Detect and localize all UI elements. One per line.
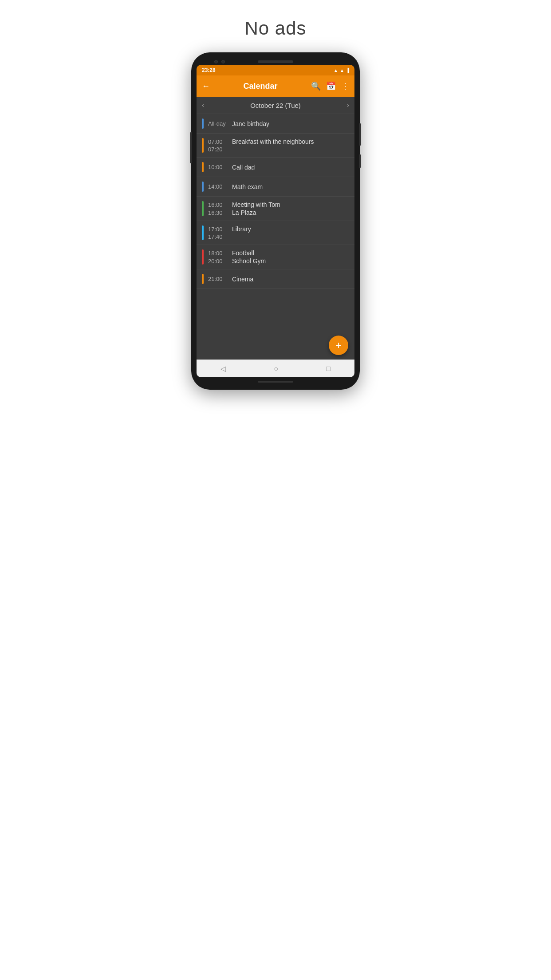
back-nav-icon[interactable]: ◁ [220,364,226,373]
event-row: 16:00Meeting with Tom [208,201,349,208]
phone-top-bar [197,58,354,65]
event-name: Math exam [232,183,263,190]
power-button-2 [359,154,361,168]
event-item-breakfast[interactable]: 07:00Breakfast with the neighbours07:20 [197,134,354,158]
event-item-math-exam[interactable]: 14:00Math exam [197,177,354,197]
event-time: 14:00 [208,183,228,190]
event-content: 17:00Library17:40 [208,225,349,240]
signal-icon: ▲ [340,68,344,73]
event-content: 10:00Call dad [208,162,349,172]
event-content: 18:00Football20:00School Gym [208,249,349,265]
next-day-button[interactable]: › [347,101,349,109]
volume-button [190,132,192,163]
menu-button[interactable]: ⋮ [341,81,349,91]
event-row: 17:00Library [208,225,349,233]
event-item-meeting-tom[interactable]: 16:00Meeting with Tom16:30La Plaza [197,197,354,221]
recent-nav-icon[interactable]: □ [326,365,331,373]
power-button [359,123,361,146]
home-bar [258,381,293,383]
event-row: 07:00Breakfast with the neighbours [208,138,349,145]
event-time: 21:00 [208,276,228,282]
event-time: 20:00 [208,258,228,265]
camera-area [214,60,225,63]
back-button[interactable]: ← [202,82,210,91]
event-color-bar [202,162,204,172]
event-name: La Plaza [232,209,256,216]
event-color-bar [202,249,204,265]
event-row: 16:30La Plaza [208,209,349,216]
event-content: 07:00Breakfast with the neighbours07:20 [208,138,349,153]
event-time: 18:00 [208,250,228,257]
camera-dot-2 [221,60,225,63]
event-time: 16:30 [208,209,228,216]
event-color-bar [202,201,204,216]
event-row: 10:00Call dad [208,164,349,171]
event-time: 10:00 [208,164,228,170]
event-name: Call dad [232,164,255,171]
current-date: October 22 (Tue) [250,102,301,109]
event-name: Football [232,249,254,257]
events-list: All-dayJane birthday07:00Breakfast with … [197,114,354,360]
event-time: All-day [208,120,228,127]
event-item-call-dad[interactable]: 10:00Call dad [197,158,354,177]
event-color-bar [202,119,204,129]
event-name: Jane birthday [232,120,269,127]
event-name: School Gym [232,257,266,265]
camera-dot-1 [214,60,218,63]
event-color-bar [202,138,204,153]
battery-icon: ▐ [346,68,349,73]
event-content: All-dayJane birthday [208,119,349,129]
event-color-bar [202,274,204,284]
event-item-cinema[interactable]: 21:00Cinema [197,269,354,289]
phone-screen: 23:28 ▲ ▲ ▐ ← Calendar 🔍 📅 ⋮ ‹ October 2… [197,65,354,377]
date-navigation: ‹ October 22 (Tue) › [197,97,354,114]
phone-shell: 23:28 ▲ ▲ ▐ ← Calendar 🔍 📅 ⋮ ‹ October 2… [191,52,360,390]
wifi-icon: ▲ [334,68,338,73]
status-time: 23:28 [202,67,216,73]
event-row: 17:40 [208,233,349,240]
event-content: 21:00Cinema [208,274,349,284]
event-row: 20:00School Gym [208,257,349,265]
page-heading: No ads [244,18,306,39]
home-nav-icon[interactable]: ○ [274,365,278,373]
phone-bottom [197,377,354,384]
event-color-bar [202,225,204,240]
event-color-bar [202,182,204,192]
event-row: 07:20 [208,146,349,153]
event-time: 07:20 [208,146,228,153]
event-time: 07:00 [208,138,228,145]
event-name: Breakfast with the neighbours [232,138,314,145]
calendar-button[interactable]: 📅 [326,81,336,91]
status-bar: 23:28 ▲ ▲ ▐ [197,65,354,75]
event-content: 16:00Meeting with Tom16:30La Plaza [208,201,349,216]
add-event-fab[interactable]: + [329,336,348,355]
app-title: Calendar [215,82,306,91]
event-name: Cinema [232,276,253,283]
event-item-allday[interactable]: All-dayJane birthday [197,114,354,134]
status-icons: ▲ ▲ ▐ [334,68,349,73]
event-name: Library [232,225,251,233]
event-time: 17:40 [208,233,228,240]
event-time: 16:00 [208,202,228,208]
event-row: 14:00Math exam [208,183,349,190]
event-name: Meeting with Tom [232,201,280,208]
event-row: All-dayJane birthday [208,120,349,127]
speaker [258,60,293,63]
prev-day-button[interactable]: ‹ [202,101,204,109]
event-item-library[interactable]: 17:00Library17:40 [197,221,354,245]
event-time: 17:00 [208,226,228,233]
search-button[interactable]: 🔍 [311,81,321,91]
event-item-football[interactable]: 18:00Football20:00School Gym [197,245,354,269]
app-bar: ← Calendar 🔍 📅 ⋮ [197,75,354,97]
event-content: 14:00Math exam [208,182,349,192]
event-row: 18:00Football [208,249,349,257]
bottom-navigation: ◁ ○ □ [197,360,354,377]
event-row: 21:00Cinema [208,276,349,283]
